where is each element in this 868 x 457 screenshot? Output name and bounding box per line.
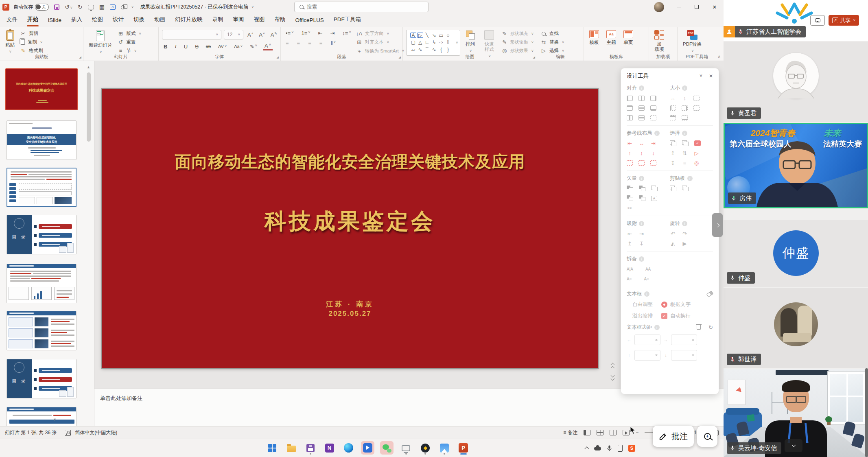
scribble-shape-icon[interactable]: ∿ [418,47,422,52]
slide-date[interactable]: 2025.05.27 [102,310,598,318]
char-spacing-button[interactable]: AV˅ [216,44,228,49]
new-slide-button[interactable]: 新建幻灯片˅ [87,30,114,55]
info-icon[interactable]: i [639,85,644,91]
select-row-icon[interactable]: ≡ [682,160,688,166]
tab-islide[interactable]: iSlide [43,14,66,27]
undo-icon[interactable]: ↺˅ [65,4,72,10]
thumb-scroll-down-icon[interactable]: ▼ [53,418,57,422]
info-icon[interactable]: i [682,85,687,91]
info-icon[interactable]: i [639,221,644,226]
parallelogram-shape-icon[interactable]: ▱ [411,47,415,52]
tab-officeplus[interactable]: OfficePLUS [291,14,329,27]
template-button[interactable]: 模板 [587,30,601,46]
rotate-left-icon[interactable]: ↶ [670,231,676,236]
decrease-indent-button[interactable]: ⇤ [317,30,324,37]
clipboard-copy-icon[interactable] [670,186,676,191]
flip-h-icon[interactable]: ◭ [670,241,676,246]
dialog-launcher-icon[interactable]: ◢ [399,56,401,59]
merge-lines-icon[interactable]: A≡ [644,277,649,281]
swap-size-icon[interactable] [693,105,700,111]
format-painter-button[interactable]: ✎格式刷 [20,48,43,54]
start-button[interactable] [265,441,279,455]
cloud-tray-icon[interactable] [594,447,601,450]
curve-shape-icon[interactable]: ↳ [432,39,436,45]
info-icon[interactable]: i [682,131,687,136]
screen-cast-icon[interactable] [399,441,413,455]
maximize-button[interactable] [688,0,706,14]
slide-sorter-view-icon[interactable] [597,430,603,435]
participant-tile-guo[interactable]: 郭世泽 [724,288,868,368]
participant-tile-huang[interactable]: 黄圣君 [724,42,868,122]
italic-button[interactable]: I [173,43,178,50]
language-indicator[interactable]: 简体中文(中国大陆) [75,429,117,436]
stretch-bottom-icon[interactable] [682,115,688,120]
info-icon[interactable]: i [682,221,687,226]
same-height-icon[interactable]: ↕ [682,96,688,101]
slide-thumbnail-6[interactable] [7,311,77,350]
guide-top-icon[interactable]: ↑ [627,151,633,156]
mic-tray-icon[interactable] [607,445,612,452]
slide-thumbnail-1[interactable]: 面向移动生态的智能化安全治理关键技术及应用 科技成果鉴定会 [5,68,78,110]
autosave-toggle[interactable]: 自动保存 关 [13,4,49,11]
text-box-icon[interactable]: A [110,4,116,10]
panel-close-icon[interactable]: ✕ [709,73,713,79]
magnifier-button[interactable]: + [697,426,717,447]
textbox-free-option[interactable]: 自由调整 [632,301,658,308]
normal-view-icon[interactable] [584,430,590,435]
slide-title-line1[interactable]: 面向移动生态的智能化安全治理关键技术及应用 [110,151,590,173]
guide-box-icon[interactable] [650,160,656,166]
distribute-h-icon[interactable] [627,115,633,120]
find-button[interactable]: 查找 [540,31,564,37]
textbox-wrap-option[interactable]: 自动换行 [670,313,691,319]
slide-canvas[interactable]: 面向移动生态的智能化安全治理关键技术及应用 科技成果鉴定会 江苏 · 南京 20… [102,89,598,368]
arrange-button[interactable]: 排列˅ [464,30,477,54]
rotate-right-icon[interactable]: ↷ [682,231,688,236]
tab-pdf-tools[interactable]: PDF工具箱 [329,13,366,27]
select-same-icon[interactable] [670,140,676,146]
annotate-button[interactable]: 批注 [653,426,694,447]
slide-thumbnail-4[interactable]: 目 录 [7,215,77,254]
change-case-button[interactable]: Aa˅ [232,44,244,49]
tab-review[interactable]: 审阅 [228,13,249,27]
distribute-v-icon[interactable] [638,115,645,120]
sidebar-collapse-tab[interactable] [712,213,723,237]
tab-home[interactable]: 开始 [22,13,43,27]
select-pointer-icon[interactable]: ▷ [693,151,700,156]
snap-bottom-icon[interactable]: ↧ [638,241,645,246]
font-name-combo[interactable]: ˅ [162,30,221,39]
align-grid-icon[interactable] [650,115,656,120]
clear-formatting-button[interactable]: A✎ [269,31,279,38]
tray-expand-icon[interactable] [584,446,589,451]
shapes-gallery[interactable]: A ▷ ╲ ↘ ▭ ○ ▢ △ ∟ ↳ ⇨ ⇩ ▱ ∿ ⌒ ∿ { } ˅ [406,30,460,56]
tab-help[interactable]: 帮助 [270,13,291,27]
round-rect-shape-icon[interactable]: ▢ [411,39,415,45]
triangle-shape-icon[interactable]: △ [418,39,422,45]
slide-thumbnail-3[interactable] [7,168,77,207]
single-page-button[interactable]: 单页 [621,30,635,46]
shape-effects-button[interactable]: ◎形状效果˅ [501,48,533,54]
slide-thumbnail-2[interactable]: 面向移动生态的智能化安全治理关键技术及应用 [7,120,77,160]
oval-shape-icon[interactable]: ○ [446,33,449,38]
comments-button[interactable] [810,15,825,26]
trash-icon[interactable] [697,325,701,330]
slideshow-from-start-icon[interactable] [88,5,94,9]
text-direction-button[interactable]: ↓A文字方向˅ [356,31,404,37]
align-right-button[interactable]: ≡ [306,39,313,46]
select-below-icon[interactable]: ↧ [670,160,676,166]
share-button[interactable]: ↗共享˅ [829,15,859,26]
strikethrough-button[interactable]: S [193,43,200,50]
brace-left-shape-icon[interactable]: { [440,47,442,52]
radio-selected-icon[interactable] [661,302,667,308]
info-icon[interactable]: i [687,176,693,181]
collapse-ribbon-icon[interactable]: ˄ [718,55,720,59]
align-text-button[interactable]: ⊞对齐文本˅ [356,39,404,45]
select-checked-icon[interactable]: ✓ [694,140,701,146]
smartart-button[interactable]: ⤷转换为 SmartArt˅ [356,48,404,54]
panel-collapse-icon[interactable]: ˅ [700,73,702,79]
snap-top-icon[interactable]: ↥ [627,241,633,246]
clipboard-paste-icon[interactable] [682,186,689,191]
shape-fill-button[interactable]: ✎形状填充˅ [501,31,533,37]
select-above-icon[interactable]: ↥ [670,151,676,156]
textbox-overflow-option[interactable]: 溢出缩排 [632,313,658,319]
shrink-font-button[interactable]: A˅ [257,31,266,38]
